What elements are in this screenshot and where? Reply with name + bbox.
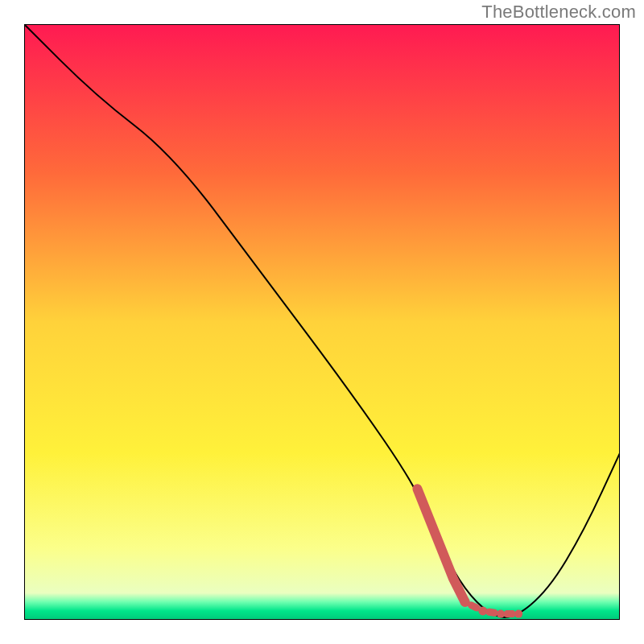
optimal-range-dots bbox=[460, 597, 523, 618]
optimal-dash bbox=[489, 612, 495, 613]
chart-frame: TheBottleneck.com bbox=[0, 0, 644, 644]
attribution-text: TheBottleneck.com bbox=[481, 2, 636, 23]
bottleneck-curve bbox=[24, 24, 620, 617]
optimal-dash bbox=[471, 605, 477, 608]
optimal-range-marker bbox=[417, 489, 464, 602]
plot-area bbox=[24, 24, 620, 620]
chart-overlay bbox=[24, 24, 620, 620]
